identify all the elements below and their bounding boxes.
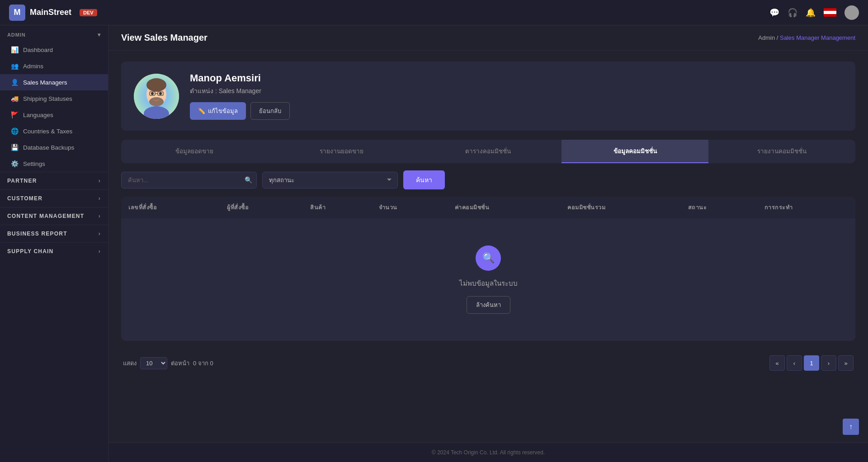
sidebar-item-sales-managers[interactable]: 👤 Sales Managers: [0, 74, 108, 90]
flag-icon[interactable]: [824, 8, 836, 17]
shipping-icon: 🚚: [11, 95, 19, 102]
sidebar-label-database: Database Backups: [23, 144, 74, 151]
page-1-btn[interactable]: 1: [804, 355, 819, 371]
show-label: แสดง: [123, 358, 137, 368]
pagination-left: แสดง 10 25 50 100 ต่อหน้า 0 จาก 0: [123, 357, 213, 369]
svg-point-3: [149, 97, 164, 106]
profile-role: ตำแหน่ง : Sales Manager: [190, 86, 843, 96]
svg-point-5: [159, 92, 162, 95]
sidebar-item-admins[interactable]: 👥 Admins: [0, 58, 108, 74]
page-last-btn[interactable]: »: [838, 355, 854, 371]
col-status: สถานะ: [681, 197, 757, 218]
col-order-number: เลขที่สั่งซื้อ: [121, 197, 220, 218]
sidebar-label-sales-managers: Sales Managers: [23, 79, 67, 86]
sidebar-item-shipping-statuses[interactable]: 🚚 Shipping Statuses: [0, 90, 108, 107]
profile-actions: ✏️ แก้ไขข้อมูล ย้อนกลับ: [190, 102, 843, 120]
env-badge: DEV: [80, 9, 97, 16]
empty-search-icon: 🔍: [476, 245, 501, 271]
sidebar: ADMIN ▾ 📊 Dashboard 👥 Admins 👤 Sales Man…: [0, 25, 108, 462]
chat-icon[interactable]: 💬: [769, 8, 779, 18]
sidebar-section-content-management[interactable]: CONTENT MANAGEMENT ›: [0, 207, 108, 225]
tab-commission-info[interactable]: ข้อมูลคอมมิชชั่น: [561, 140, 708, 163]
sidebar-label-admins: Admins: [23, 63, 43, 70]
sidebar-label-languages: Languages: [23, 112, 53, 118]
profile-name: Manop Aemsiri: [190, 72, 843, 84]
empty-state: 🔍 ไม่พบข้อมูลในระบบ ล้างค้นหา: [121, 218, 855, 341]
languages-icon: 🚩: [11, 111, 19, 118]
sales-managers-icon: 👤: [11, 79, 19, 86]
footer: © 2024 Tech Origin Co. Ltd. All rights r…: [108, 443, 868, 462]
headset-icon[interactable]: 🎧: [788, 8, 797, 18]
col-buyer: ผู้ที่สั่งซื้อ: [220, 197, 303, 218]
partner-chevron: ›: [99, 178, 101, 184]
content-label: CONTENT MANAGEMENT: [7, 213, 84, 219]
admin-chevron: ▾: [98, 32, 101, 38]
col-quantity: จำนวน: [372, 197, 448, 218]
content-chevron: ›: [99, 213, 101, 219]
page-header: View Sales Manager Admin / Sales Manager…: [108, 25, 868, 51]
sidebar-section-partner[interactable]: PARTNER ›: [0, 172, 108, 189]
page-prev-btn[interactable]: ‹: [787, 355, 802, 371]
search-bar: 🔍 ทุกสถานะ ใช้งาน ไม่ใช้งาน ค้นหา: [121, 170, 855, 189]
search-icon: 🔍: [245, 176, 252, 184]
bell-icon[interactable]: 🔔: [806, 8, 816, 18]
tab-commission-report[interactable]: รายงานคอมมิชชั่น: [708, 140, 855, 163]
business-chevron: ›: [99, 231, 101, 237]
svg-point-4: [151, 92, 154, 95]
sidebar-item-database-backups[interactable]: 💾 Database Backups: [0, 139, 108, 156]
scroll-top-btn[interactable]: ↑: [843, 419, 859, 435]
topbar-icons: 💬 🎧 🔔: [769, 5, 859, 20]
supply-label: SUPPLY CHAIN: [7, 248, 53, 255]
total-label: 0 จาก 0: [193, 358, 213, 368]
per-page-label: ต่อหน้า: [171, 358, 189, 368]
countries-icon: 🌐: [11, 127, 19, 135]
search-button[interactable]: ค้นหา: [403, 170, 445, 189]
back-button[interactable]: ย้อนกลับ: [250, 102, 290, 120]
page-size-select[interactable]: 10 25 50 100: [140, 357, 167, 369]
page-first-btn[interactable]: «: [769, 355, 785, 371]
breadcrumb-current[interactable]: Sales Manager Management: [780, 34, 855, 41]
sidebar-item-dashboard[interactable]: 📊 Dashboard: [0, 42, 108, 58]
logo: M MainStreet DEV: [9, 5, 769, 21]
partner-label: PARTNER: [7, 178, 37, 184]
sidebar-section-business-report[interactable]: BUSINESS REPORT ›: [0, 225, 108, 242]
content-area: View Sales Manager Admin / Sales Manager…: [108, 25, 868, 462]
settings-icon: ⚙️: [11, 160, 19, 167]
main-layout: ADMIN ▾ 📊 Dashboard 👥 Admins 👤 Sales Man…: [0, 25, 868, 462]
table-container: เลขที่สั่งซื้อ ผู้ที่สั่งซื้อ สินค้า จำน…: [121, 197, 855, 341]
sidebar-item-settings[interactable]: ⚙️ Settings: [0, 156, 108, 172]
pagination-right: « ‹ 1 › »: [769, 355, 854, 371]
search-input[interactable]: [121, 172, 257, 189]
sidebar-section-customer[interactable]: CUSTOMER ›: [0, 189, 108, 207]
tabs-container: ข้อมูลยอดขาย รายงานยอดขาย ตารางคอมมิชชั่…: [121, 140, 855, 163]
breadcrumb-home: Admin: [758, 34, 775, 41]
user-avatar[interactable]: [844, 5, 859, 20]
topbar: M MainStreet DEV 💬 🎧 🔔: [0, 0, 868, 25]
data-table: เลขที่สั่งซื้อ ผู้ที่สั่งซื้อ สินค้า จำน…: [121, 197, 855, 218]
col-action: การกระทำ: [757, 197, 855, 218]
tab-sales-report[interactable]: รายงานยอดขาย: [268, 140, 415, 163]
table-header-row: เลขที่สั่งซื้อ ผู้ที่สั่งซื้อ สินค้า จำน…: [121, 197, 855, 218]
status-select[interactable]: ทุกสถานะ ใช้งาน ไม่ใช้งาน: [262, 172, 398, 189]
pagination-row: แสดง 10 25 50 100 ต่อหน้า 0 จาก 0 « ‹ 1 …: [121, 350, 855, 376]
profile-card: Manop Aemsiri ตำแหน่ง : Sales Manager ✏️…: [121, 61, 855, 131]
admins-icon: 👥: [11, 62, 19, 70]
breadcrumb-sep: /: [777, 34, 780, 41]
edit-icon: ✏️: [198, 108, 205, 114]
sidebar-item-languages[interactable]: 🚩 Languages: [0, 107, 108, 123]
admin-section-header[interactable]: ADMIN ▾: [0, 25, 108, 42]
sidebar-label-settings: Settings: [23, 160, 45, 167]
tab-commission-table[interactable]: ตารางคอมมิชชั่น: [415, 140, 562, 163]
page-next-btn[interactable]: ›: [821, 355, 836, 371]
profile-avatar: [134, 74, 179, 119]
logo-icon: M: [9, 5, 25, 21]
edit-button[interactable]: ✏️ แก้ไขข้อมูล: [190, 102, 246, 120]
sidebar-label-shipping: Shipping Statuses: [23, 95, 72, 102]
sidebar-item-countries-taxes[interactable]: 🌐 Countries & Taxes: [0, 123, 108, 139]
sidebar-section-supply-chain[interactable]: SUPPLY CHAIN ›: [0, 242, 108, 260]
footer-text: © 2024 Tech Origin Co. Ltd. All rights r…: [432, 449, 545, 456]
sidebar-label-dashboard: Dashboard: [23, 47, 53, 53]
clear-search-button[interactable]: ล้างค้นหา: [467, 296, 510, 314]
dashboard-icon: 📊: [11, 46, 19, 53]
tab-sales-info[interactable]: ข้อมูลยอดขาย: [121, 140, 268, 163]
